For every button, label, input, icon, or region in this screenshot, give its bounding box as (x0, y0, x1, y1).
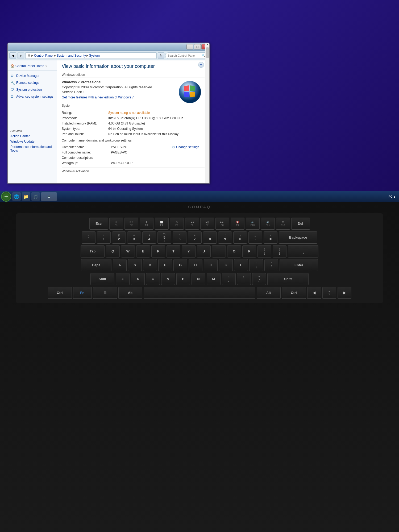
key-shift-right[interactable]: Shift (267, 273, 309, 285)
key-6[interactable]: ^6 (173, 231, 186, 244)
key-f4[interactable]: ⬜F4 (155, 218, 169, 230)
performance-tools-link[interactable]: Performance Information and Tools (8, 144, 57, 153)
key-f2[interactable]: ☀☀F2 (124, 218, 138, 230)
key-x[interactable]: X (131, 273, 145, 285)
key-1[interactable]: !1 (97, 231, 111, 244)
change-settings-link[interactable]: ⚙ Change settings (172, 145, 199, 149)
key-o[interactable]: O (227, 245, 241, 257)
key-5[interactable]: %5€ (157, 231, 171, 244)
key-q[interactable]: Q (106, 245, 120, 257)
key-n[interactable]: N (192, 273, 205, 285)
key-alt-right[interactable]: Alt (257, 287, 281, 299)
breadcrumb-system-security[interactable]: System and Security (57, 54, 86, 57)
key-space[interactable] (144, 287, 255, 299)
key-h[interactable]: H (189, 259, 202, 271)
key-tab[interactable]: Tab (81, 245, 105, 257)
key-j[interactable]: J (204, 259, 218, 271)
key-backslash[interactable]: |\ (288, 245, 318, 257)
key-win[interactable]: ⊞ (93, 287, 117, 299)
key-2[interactable]: @2 (112, 231, 126, 244)
key-a[interactable]: A (113, 259, 127, 271)
key-f7[interactable]: ▶||F7 (200, 218, 214, 230)
key-u[interactable]: U (197, 245, 211, 257)
key-4[interactable]: $4 (142, 231, 156, 244)
sidebar-item-advanced-settings[interactable]: ⚙ Advanced system settings (8, 93, 57, 100)
action-center-link[interactable]: Action Center (8, 134, 57, 139)
key-esc[interactable]: Esc (89, 218, 108, 230)
key-f3[interactable]: ✱F3 (140, 218, 153, 230)
key-f12[interactable]: ⊞F12 (276, 218, 290, 230)
key-del[interactable]: Del (291, 218, 310, 230)
key-bracket-right[interactable]: }] (273, 245, 286, 257)
key-0[interactable]: )0 (233, 231, 247, 244)
key-arrow-left[interactable]: ◀ (307, 287, 321, 299)
key-r[interactable]: R (151, 245, 165, 257)
key-9[interactable]: (9 (218, 231, 232, 244)
key-f10[interactable]: 🔉F10 (246, 218, 260, 230)
key-k[interactable]: K (219, 259, 233, 271)
key-l[interactable]: L (234, 259, 248, 271)
key-backspace[interactable]: Backspace (279, 231, 317, 244)
key-alt-left[interactable]: Alt (118, 287, 142, 299)
maximize-button[interactable]: □ (194, 44, 201, 49)
key-y[interactable]: Y (182, 245, 196, 257)
key-t[interactable]: T (167, 245, 180, 257)
key-comma[interactable]: <, (222, 273, 236, 285)
key-bracket-left[interactable]: {[ (257, 245, 271, 257)
key-arrow-updown[interactable]: ▲▼ (322, 287, 336, 299)
upgrade-link[interactable]: Get more features with a new edition of … (62, 95, 134, 99)
rating-value[interactable]: System rating is not available (108, 111, 150, 115)
key-f8[interactable]: ▶▶|F8 (215, 218, 229, 230)
search-input[interactable] (168, 54, 201, 57)
breadcrumb-system[interactable]: System (89, 54, 100, 57)
key-f11[interactable]: 🔊F11 (261, 218, 275, 230)
key-z[interactable]: Z (116, 273, 130, 285)
key-equals[interactable]: += (264, 231, 277, 244)
key-period[interactable]: >. (237, 273, 251, 285)
breadcrumb-path[interactable]: 🖥 ▶ Control Panel ▶ System and Security … (25, 52, 157, 59)
key-c[interactable]: C (146, 273, 160, 285)
taskbar-ie-icon[interactable]: 🌐 (12, 192, 21, 201)
key-arrow-right[interactable]: ▶ (338, 287, 351, 299)
help-button[interactable]: ? (198, 62, 204, 68)
key-minus[interactable]: _- (248, 231, 262, 244)
key-f1[interactable]: ☀F1 (109, 218, 123, 230)
sidebar-home-link[interactable]: 🏠 Control Panel Home ↖ (8, 63, 57, 71)
scroll-thumb[interactable] (206, 47, 209, 58)
taskbar-active-window[interactable]: 💻 (41, 192, 57, 201)
sidebar-item-system-protection[interactable]: 🛡 System protection (8, 86, 57, 93)
key-d[interactable]: D (143, 259, 157, 271)
key-enter[interactable]: Enter (280, 259, 318, 271)
key-shift-left[interactable]: Shift (90, 273, 114, 285)
scroll-up-button[interactable]: ▲ (206, 43, 209, 46)
key-fn[interactable]: Fn (73, 287, 92, 299)
key-w[interactable]: W (121, 245, 135, 257)
key-semicolon[interactable]: :; (249, 259, 263, 271)
taskbar-media-icon[interactable]: 🎵 (31, 192, 40, 201)
key-m[interactable]: M (207, 273, 221, 285)
key-f5[interactable]: ⊙F5 (170, 218, 184, 230)
taskbar-explorer-icon[interactable]: 📁 (22, 192, 30, 201)
key-e[interactable]: E (136, 245, 150, 257)
sidebar-item-remote-settings[interactable]: 🔧 Remote settings (8, 79, 57, 86)
key-8[interactable]: *8 (203, 231, 217, 244)
windows-update-link[interactable]: Windows Update (8, 139, 57, 144)
search-box[interactable]: 🔍 (165, 52, 208, 59)
key-ctrl-right[interactable]: Ctrl (282, 287, 306, 299)
key-7[interactable]: &7 (188, 231, 202, 244)
refresh-button[interactable]: ↻ (158, 52, 164, 59)
key-ctrl-left[interactable]: Ctrl (48, 287, 72, 299)
key-quote[interactable]: "' (264, 259, 278, 271)
key-slash[interactable]: ?/ (252, 273, 266, 285)
start-button[interactable] (1, 192, 11, 202)
key-f[interactable]: F (158, 259, 172, 271)
sidebar-item-device-manager[interactable]: ⚙ Device Manager (8, 72, 57, 79)
key-caps[interactable]: Caps (81, 259, 111, 271)
key-f6[interactable]: |◀◀F6 (185, 218, 199, 230)
back-button[interactable]: ◀ (9, 52, 16, 59)
key-s[interactable]: S (128, 259, 142, 271)
forward-button[interactable]: ▶ (17, 52, 24, 59)
key-v[interactable]: V (161, 273, 175, 285)
breadcrumb-control-panel[interactable]: Control Panel (34, 54, 53, 57)
minimize-button[interactable]: — (186, 44, 193, 49)
